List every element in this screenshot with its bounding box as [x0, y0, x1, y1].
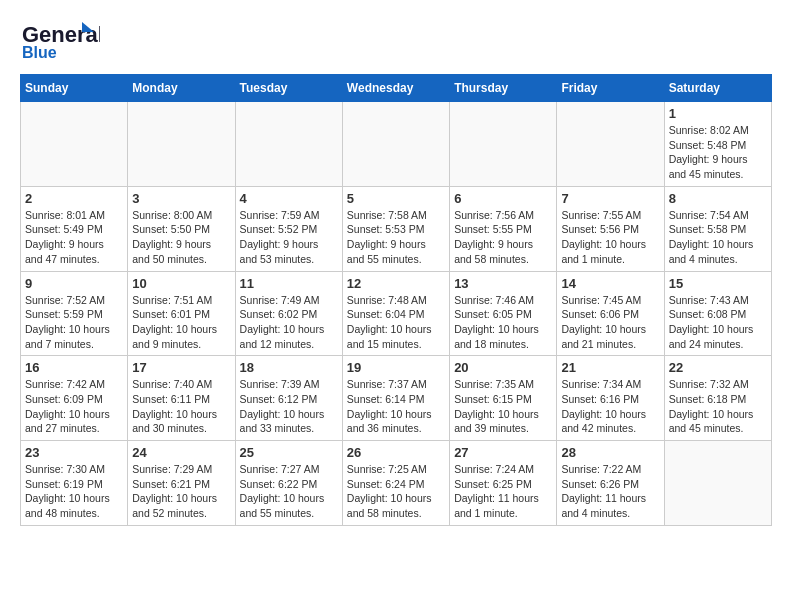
- day-number: 14: [561, 276, 659, 291]
- day-info: Sunrise: 8:02 AM Sunset: 5:48 PM Dayligh…: [669, 123, 767, 182]
- day-number: 2: [25, 191, 123, 206]
- day-info: Sunrise: 7:39 AM Sunset: 6:12 PM Dayligh…: [240, 377, 338, 436]
- calendar-cell: 21Sunrise: 7:34 AM Sunset: 6:16 PM Dayli…: [557, 356, 664, 441]
- day-info: Sunrise: 8:01 AM Sunset: 5:49 PM Dayligh…: [25, 208, 123, 267]
- day-info: Sunrise: 7:52 AM Sunset: 5:59 PM Dayligh…: [25, 293, 123, 352]
- calendar-cell: 28Sunrise: 7:22 AM Sunset: 6:26 PM Dayli…: [557, 441, 664, 526]
- calendar-cell: 3Sunrise: 8:00 AM Sunset: 5:50 PM Daylig…: [128, 186, 235, 271]
- calendar-cell: 12Sunrise: 7:48 AM Sunset: 6:04 PM Dayli…: [342, 271, 449, 356]
- day-info: Sunrise: 7:25 AM Sunset: 6:24 PM Dayligh…: [347, 462, 445, 521]
- day-info: Sunrise: 7:46 AM Sunset: 6:05 PM Dayligh…: [454, 293, 552, 352]
- weekday-header-saturday: Saturday: [664, 75, 771, 102]
- calendar-cell: 13Sunrise: 7:46 AM Sunset: 6:05 PM Dayli…: [450, 271, 557, 356]
- calendar-cell: [21, 102, 128, 187]
- day-info: Sunrise: 7:30 AM Sunset: 6:19 PM Dayligh…: [25, 462, 123, 521]
- calendar-cell: 17Sunrise: 7:40 AM Sunset: 6:11 PM Dayli…: [128, 356, 235, 441]
- day-info: Sunrise: 7:58 AM Sunset: 5:53 PM Dayligh…: [347, 208, 445, 267]
- day-number: 20: [454, 360, 552, 375]
- calendar-cell: 15Sunrise: 7:43 AM Sunset: 6:08 PM Dayli…: [664, 271, 771, 356]
- day-info: Sunrise: 7:37 AM Sunset: 6:14 PM Dayligh…: [347, 377, 445, 436]
- day-info: Sunrise: 7:43 AM Sunset: 6:08 PM Dayligh…: [669, 293, 767, 352]
- calendar-cell: 7Sunrise: 7:55 AM Sunset: 5:56 PM Daylig…: [557, 186, 664, 271]
- day-number: 26: [347, 445, 445, 460]
- weekday-header-sunday: Sunday: [21, 75, 128, 102]
- day-info: Sunrise: 7:29 AM Sunset: 6:21 PM Dayligh…: [132, 462, 230, 521]
- calendar-cell: 25Sunrise: 7:27 AM Sunset: 6:22 PM Dayli…: [235, 441, 342, 526]
- day-info: Sunrise: 7:59 AM Sunset: 5:52 PM Dayligh…: [240, 208, 338, 267]
- calendar-cell: 8Sunrise: 7:54 AM Sunset: 5:58 PM Daylig…: [664, 186, 771, 271]
- calendar-cell: 2Sunrise: 8:01 AM Sunset: 5:49 PM Daylig…: [21, 186, 128, 271]
- day-info: Sunrise: 7:22 AM Sunset: 6:26 PM Dayligh…: [561, 462, 659, 521]
- calendar-cell: 11Sunrise: 7:49 AM Sunset: 6:02 PM Dayli…: [235, 271, 342, 356]
- day-info: Sunrise: 7:49 AM Sunset: 6:02 PM Dayligh…: [240, 293, 338, 352]
- weekday-header-monday: Monday: [128, 75, 235, 102]
- day-number: 15: [669, 276, 767, 291]
- day-info: Sunrise: 7:42 AM Sunset: 6:09 PM Dayligh…: [25, 377, 123, 436]
- calendar-cell: [342, 102, 449, 187]
- day-number: 3: [132, 191, 230, 206]
- day-info: Sunrise: 7:56 AM Sunset: 5:55 PM Dayligh…: [454, 208, 552, 267]
- day-number: 1: [669, 106, 767, 121]
- calendar-cell: 18Sunrise: 7:39 AM Sunset: 6:12 PM Dayli…: [235, 356, 342, 441]
- calendar-cell: 22Sunrise: 7:32 AM Sunset: 6:18 PM Dayli…: [664, 356, 771, 441]
- day-number: 6: [454, 191, 552, 206]
- day-info: Sunrise: 7:40 AM Sunset: 6:11 PM Dayligh…: [132, 377, 230, 436]
- calendar-cell: 6Sunrise: 7:56 AM Sunset: 5:55 PM Daylig…: [450, 186, 557, 271]
- day-number: 4: [240, 191, 338, 206]
- calendar-cell: [450, 102, 557, 187]
- svg-text:Blue: Blue: [22, 44, 57, 60]
- calendar-table: SundayMondayTuesdayWednesdayThursdayFrid…: [20, 74, 772, 526]
- calendar-cell: 16Sunrise: 7:42 AM Sunset: 6:09 PM Dayli…: [21, 356, 128, 441]
- calendar-cell: 20Sunrise: 7:35 AM Sunset: 6:15 PM Dayli…: [450, 356, 557, 441]
- day-info: Sunrise: 7:54 AM Sunset: 5:58 PM Dayligh…: [669, 208, 767, 267]
- day-info: Sunrise: 7:51 AM Sunset: 6:01 PM Dayligh…: [132, 293, 230, 352]
- calendar-cell: 14Sunrise: 7:45 AM Sunset: 6:06 PM Dayli…: [557, 271, 664, 356]
- day-number: 24: [132, 445, 230, 460]
- day-number: 10: [132, 276, 230, 291]
- day-number: 8: [669, 191, 767, 206]
- calendar-cell: [664, 441, 771, 526]
- day-number: 16: [25, 360, 123, 375]
- day-number: 18: [240, 360, 338, 375]
- day-number: 22: [669, 360, 767, 375]
- day-info: Sunrise: 7:45 AM Sunset: 6:06 PM Dayligh…: [561, 293, 659, 352]
- day-number: 21: [561, 360, 659, 375]
- calendar-cell: 9Sunrise: 7:52 AM Sunset: 5:59 PM Daylig…: [21, 271, 128, 356]
- day-info: Sunrise: 7:48 AM Sunset: 6:04 PM Dayligh…: [347, 293, 445, 352]
- day-number: 28: [561, 445, 659, 460]
- day-number: 19: [347, 360, 445, 375]
- day-number: 17: [132, 360, 230, 375]
- day-number: 25: [240, 445, 338, 460]
- day-info: Sunrise: 7:24 AM Sunset: 6:25 PM Dayligh…: [454, 462, 552, 521]
- day-info: Sunrise: 8:00 AM Sunset: 5:50 PM Dayligh…: [132, 208, 230, 267]
- calendar-cell: 23Sunrise: 7:30 AM Sunset: 6:19 PM Dayli…: [21, 441, 128, 526]
- weekday-header-tuesday: Tuesday: [235, 75, 342, 102]
- day-info: Sunrise: 7:34 AM Sunset: 6:16 PM Dayligh…: [561, 377, 659, 436]
- weekday-header-thursday: Thursday: [450, 75, 557, 102]
- calendar-cell: 19Sunrise: 7:37 AM Sunset: 6:14 PM Dayli…: [342, 356, 449, 441]
- day-info: Sunrise: 7:55 AM Sunset: 5:56 PM Dayligh…: [561, 208, 659, 267]
- day-number: 11: [240, 276, 338, 291]
- day-number: 13: [454, 276, 552, 291]
- day-number: 9: [25, 276, 123, 291]
- calendar-cell: 5Sunrise: 7:58 AM Sunset: 5:53 PM Daylig…: [342, 186, 449, 271]
- calendar-cell: 24Sunrise: 7:29 AM Sunset: 6:21 PM Dayli…: [128, 441, 235, 526]
- day-number: 7: [561, 191, 659, 206]
- calendar-cell: 26Sunrise: 7:25 AM Sunset: 6:24 PM Dayli…: [342, 441, 449, 526]
- logo-svg: GeneralBlue: [20, 20, 100, 60]
- calendar-cell: 10Sunrise: 7:51 AM Sunset: 6:01 PM Dayli…: [128, 271, 235, 356]
- calendar-cell: 4Sunrise: 7:59 AM Sunset: 5:52 PM Daylig…: [235, 186, 342, 271]
- day-info: Sunrise: 7:35 AM Sunset: 6:15 PM Dayligh…: [454, 377, 552, 436]
- calendar-cell: [557, 102, 664, 187]
- day-number: 23: [25, 445, 123, 460]
- weekday-header-friday: Friday: [557, 75, 664, 102]
- day-number: 27: [454, 445, 552, 460]
- day-info: Sunrise: 7:27 AM Sunset: 6:22 PM Dayligh…: [240, 462, 338, 521]
- calendar-cell: [128, 102, 235, 187]
- day-info: Sunrise: 7:32 AM Sunset: 6:18 PM Dayligh…: [669, 377, 767, 436]
- calendar-cell: 27Sunrise: 7:24 AM Sunset: 6:25 PM Dayli…: [450, 441, 557, 526]
- calendar-cell: 1Sunrise: 8:02 AM Sunset: 5:48 PM Daylig…: [664, 102, 771, 187]
- day-number: 12: [347, 276, 445, 291]
- calendar-cell: [235, 102, 342, 187]
- day-number: 5: [347, 191, 445, 206]
